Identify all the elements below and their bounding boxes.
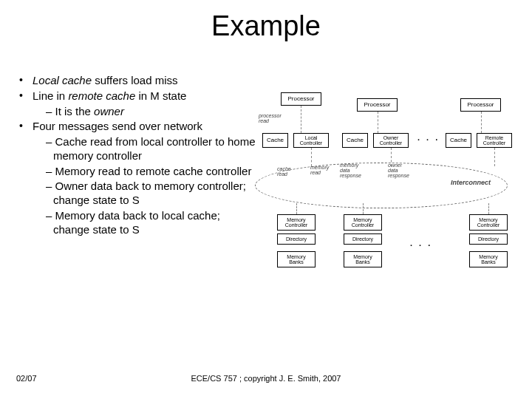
cache-box: Cache xyxy=(262,133,288,148)
interconnect-label: Interconnect xyxy=(451,180,491,186)
owner-data-resp-label: ownerdataresponse xyxy=(388,163,409,178)
bottom-ellipsis: . . . xyxy=(410,239,432,248)
top-ellipsis: . . . xyxy=(417,133,440,142)
cache-box-3: Cache xyxy=(446,133,471,148)
bullet-3: Four messages send over network – Cache … xyxy=(15,120,259,236)
bullet-3-sub2: – Memory read to remote cache controller xyxy=(46,165,259,179)
slide-title: Example xyxy=(0,10,532,42)
bullet-2: Line in remote cache in M state – It is … xyxy=(15,89,259,119)
memory-read-label: memoryread xyxy=(310,165,329,175)
mem-ctrl-1: MemoryController xyxy=(277,214,316,231)
mem-banks-2: MemoryBanks xyxy=(344,251,382,267)
mem-data-resp-label: memorydataresponse xyxy=(340,163,361,178)
local-controller-box: LocalController xyxy=(293,133,329,148)
bullet-1: Local cache suffers load miss xyxy=(15,74,259,88)
bullet-3-sub4: – Memory data back to local cache; chang… xyxy=(46,209,259,237)
bullet-3-sub3: – Owner data back to memory controller; … xyxy=(46,180,259,208)
mem-banks-1: MemoryBanks xyxy=(277,251,316,267)
owner-controller-box: OwnerController xyxy=(373,133,409,148)
directory-2: Directory xyxy=(344,233,382,245)
architecture-diagram: Processor Cache LocalController processo… xyxy=(262,92,521,299)
remote-controller-box: RemoteController xyxy=(477,133,512,148)
bullet-2-sub: – It is the owner xyxy=(46,105,259,119)
mem-ctrl-3: MemoryController xyxy=(469,214,508,231)
processor-read-label: processorread xyxy=(259,113,282,123)
cache-read-label: cacheread xyxy=(277,166,291,177)
bullet-content: Local cache suffers load miss Line in re… xyxy=(15,74,259,238)
processor-box-2: Processor xyxy=(357,98,398,112)
processor-box: Processor xyxy=(281,92,321,106)
mem-ctrl-2: MemoryController xyxy=(344,214,382,231)
directory-3: Directory xyxy=(469,233,508,245)
processor-box-3: Processor xyxy=(460,98,501,112)
footer-copyright: ECE/CS 757 ; copyright J. E. Smith, 2007 xyxy=(0,374,532,383)
mem-banks-3: MemoryBanks xyxy=(469,251,508,267)
bullet-3-sub1: – Cache read from local controller to ho… xyxy=(46,135,259,163)
directory-1: Directory xyxy=(277,233,316,245)
cache-box-2: Cache xyxy=(342,133,368,148)
